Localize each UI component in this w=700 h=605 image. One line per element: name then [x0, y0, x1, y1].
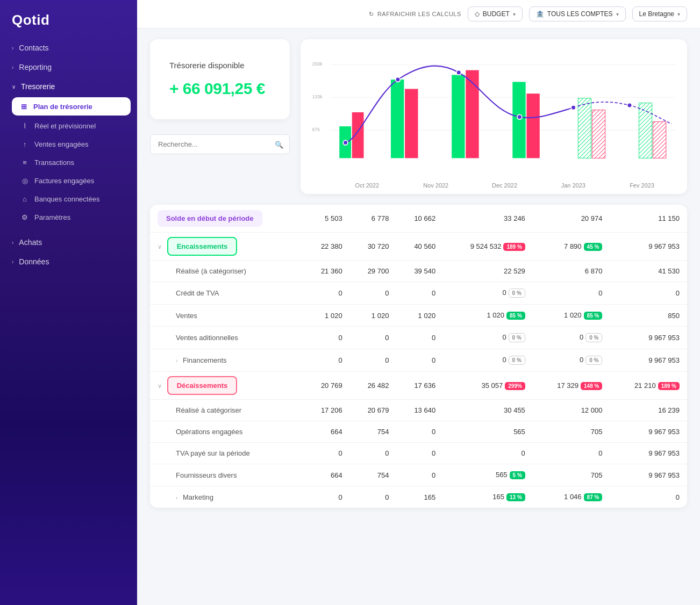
sidebar-item-label: Contacts — [19, 44, 48, 52]
table-cell-value: 00 % — [533, 349, 610, 372]
bar-fev-pink-hatched — [592, 110, 605, 159]
sidebar: Qotid › Contacts › Reporting ∨ Tresoreri… — [0, 0, 137, 605]
comptes-select[interactable]: 🏦 TOUS LES COMPTES ▾ — [529, 6, 626, 21]
table-row: ∨ Décaissements 20 76926 48217 63635 057… — [150, 372, 687, 400]
sidebar-item-tresorerie[interactable]: ∨ Tresorerie — [0, 77, 137, 96]
sidebar-sub-ventes-engagees[interactable]: ↑ Ventes engagées — [0, 135, 137, 153]
table-cell-value: 9 967 953 — [610, 327, 687, 349]
sidebar-sub-plan-tresorerie[interactable]: ⊞ Plan de trésorerie — [12, 97, 131, 116]
treasury-label: Trésorerie disponible — [169, 61, 270, 70]
table-cell-value: 0 — [533, 282, 610, 305]
table-row: ∨ Encaissements 22 38030 72040 5609 524 … — [150, 233, 687, 261]
table-cell-value: 9 524 532189 % — [443, 233, 533, 261]
table-row: Fournisseurs divers66475405655 %7059 967… — [150, 464, 687, 486]
table-cell-value: 33 246 — [443, 205, 533, 233]
region-select[interactable]: Le Bretagne ▾ — [632, 6, 687, 21]
refresh-button[interactable]: ↻ RAFRAICHIR LES CALCULS — [369, 11, 461, 18]
sub-item-label: Ventes engagées — [34, 140, 88, 148]
sidebar-item-achats[interactable]: › Achats — [0, 233, 137, 252]
table-cell-value: 0 — [610, 486, 687, 508]
table-cell-value: 12 000 — [533, 400, 610, 421]
row-label: › Financements — [150, 349, 303, 372]
table-row: TVA payé sur la période000009 967 953 — [150, 443, 687, 464]
table-cell-value: 0 — [303, 486, 350, 508]
table-cell-value: 1 020 — [303, 305, 350, 327]
table-cell-value: 5 503 — [303, 205, 350, 233]
badge: 189 % — [658, 382, 680, 390]
sidebar-item-label: Reporting — [19, 63, 52, 71]
table-row: Crédit de TVA00000 %00 — [150, 282, 687, 305]
bar-oct-pink — [352, 112, 364, 158]
table-cell-value: 22 380 — [303, 233, 350, 261]
table-cell-value: 00 % — [443, 282, 533, 305]
table-row: Solde en début de période 5 5036 77810 6… — [150, 205, 687, 233]
table-cell-value: 39 540 — [396, 261, 443, 282]
budget-select[interactable]: ◇ BUDGET ▾ — [468, 6, 523, 21]
table-cell-value: 0 — [350, 282, 397, 305]
table-cell-value: 5655 % — [443, 464, 533, 486]
svg-text:133k: 133k — [312, 94, 323, 99]
sidebar-item-contacts[interactable]: › Contacts — [0, 38, 137, 57]
content-area: Trésorerie disponible + 66 091,25 € 🔍 — [137, 28, 700, 605]
table-cell-value: 0 — [610, 282, 687, 305]
table-row: Opérations engagées66475405657059 967 95… — [150, 421, 687, 443]
refresh-label: RAFRAICHIR LES CALCULS — [377, 11, 461, 17]
bar-jan-green — [512, 82, 525, 158]
table-cell-value: 0 — [303, 327, 350, 349]
list-icon: ≡ — [20, 158, 29, 167]
sidebar-item-label: Achats — [19, 238, 42, 247]
badge: 0 % — [509, 289, 525, 298]
table-cell-value: 9 967 953 — [610, 421, 687, 443]
table-row: Ventes aditionnelles00000 %00 %9 967 953 — [150, 327, 687, 349]
table-cell-value: 0 — [396, 282, 443, 305]
badge: 45 % — [584, 243, 603, 251]
refresh-icon: ↻ — [369, 11, 374, 18]
sub-item-label: Banques connectées — [34, 195, 99, 203]
data-table: Solde en début de période 5 5036 77810 6… — [150, 205, 687, 508]
row-label: Solde en début de période — [150, 205, 303, 233]
invoice-icon: ◎ — [20, 176, 29, 185]
table-cell-value: 00 % — [443, 349, 533, 372]
grid-icon: ⊞ — [19, 102, 28, 111]
row-label: › Marketing — [150, 486, 303, 508]
sidebar-item-label: Données — [19, 257, 49, 266]
settings-icon: ⚙ — [20, 213, 29, 221]
table-cell-value: 21 360 — [303, 261, 350, 282]
table-cell-value: 0 — [396, 327, 443, 349]
table-cell-value: 6 778 — [350, 205, 397, 233]
bank-icon: ⌂ — [20, 195, 29, 203]
table-cell-value: 20 974 — [533, 205, 610, 233]
table-cell-value: 1 02085 % — [533, 305, 610, 327]
sidebar-sub-reel-previsionnel[interactable]: ⌇ Réel et prévisionnel — [0, 117, 137, 135]
chart-dot — [627, 103, 632, 108]
sidebar-item-donnees[interactable]: › Données — [0, 252, 137, 271]
sidebar-item-reporting[interactable]: › Reporting — [0, 57, 137, 77]
treasury-card: Trésorerie disponible + 66 091,25 € — [150, 39, 290, 119]
main-content: ↻ RAFRAICHIR LES CALCULS ◇ BUDGET ▾ 🏦 TO… — [137, 0, 700, 605]
diamond-icon: ◇ — [475, 10, 480, 18]
table-cell-value: 0 — [303, 349, 350, 372]
sidebar-sub-transactions[interactable]: ≡ Transactions — [0, 153, 137, 171]
chart-svg: 200k 133k 67k — [311, 48, 676, 177]
table-cell-value: 16 239 — [610, 400, 687, 421]
table-cell-value: 0 — [350, 327, 397, 349]
search-input[interactable] — [150, 134, 290, 154]
table-cell-value: 17 329148 % — [533, 372, 610, 400]
table-cell-value: 664 — [303, 464, 350, 486]
svg-text:67k: 67k — [312, 127, 320, 132]
table-cell-value: 40 560 — [396, 233, 443, 261]
sidebar-sub-banques-connectees[interactable]: ⌂ Banques connectées — [0, 190, 137, 208]
table-cell-value: 11 150 — [610, 205, 687, 233]
table-cell-value: 26 482 — [350, 372, 397, 400]
sidebar-sub-factures-engagees[interactable]: ◎ Factures engagées — [0, 171, 137, 190]
bar-extra-pink-hatched — [653, 121, 666, 158]
badge: 85 % — [584, 312, 603, 320]
comptes-label: TOUS LES COMPTES — [547, 10, 613, 18]
table-cell-value: 29 700 — [350, 261, 397, 282]
sub-item-label: Paramètres — [34, 213, 70, 221]
chart-dot — [571, 105, 576, 110]
chart-dot — [343, 140, 348, 145]
table-cell-value: 17 206 — [303, 400, 350, 421]
row-label: Réalisé (à catégoriser) — [150, 261, 303, 282]
sidebar-sub-parametres[interactable]: ⚙ Paramètres — [0, 208, 137, 226]
